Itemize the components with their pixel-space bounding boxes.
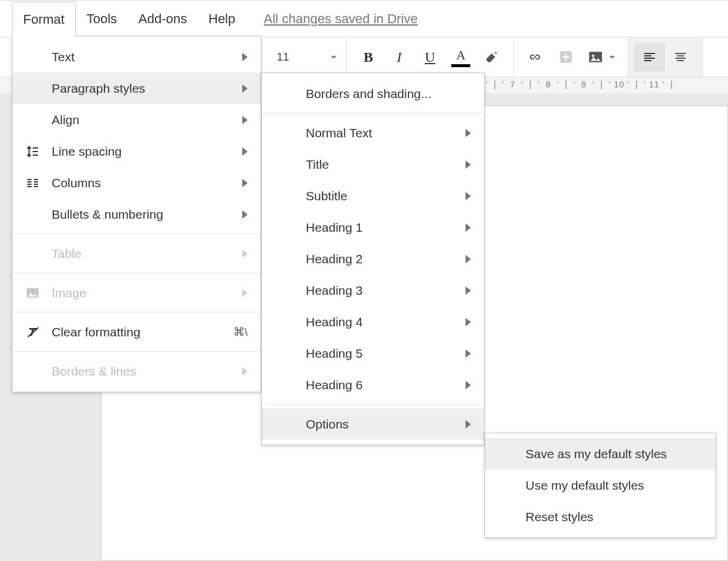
menu-item-reset-styles[interactable]: Reset styles — [485, 501, 716, 532]
menu-separator — [12, 273, 261, 273]
submenu-arrow-icon — [242, 84, 248, 93]
menu-item-heading-3[interactable]: Heading 3 — [262, 275, 484, 306]
submenu-arrow-icon — [466, 160, 471, 169]
submenu-arrow-icon — [242, 147, 248, 156]
line-spacing-icon — [26, 144, 52, 159]
insert-comment-button[interactable] — [550, 43, 581, 71]
submenu-arrow-icon — [242, 116, 248, 124]
submenu-arrow-icon — [242, 367, 248, 376]
menu-separator — [12, 312, 261, 313]
menu-separator — [12, 234, 261, 234]
submenu-arrow-icon — [466, 349, 471, 358]
menu-item-heading-2[interactable]: Heading 2 — [262, 243, 484, 275]
align-center-icon — [673, 50, 688, 64]
comment-add-icon — [558, 49, 574, 65]
menu-item-heading-5[interactable]: Heading 5 — [262, 338, 484, 369]
menu-tools[interactable]: Tools — [76, 2, 128, 36]
image-icon — [26, 286, 52, 300]
text-color-button[interactable]: A — [445, 43, 476, 71]
image-icon — [588, 49, 603, 65]
menu-item-save-default-styles[interactable]: Save as my default styles — [485, 438, 716, 469]
underline-button[interactable]: U — [414, 43, 445, 71]
svg-point-2 — [592, 55, 594, 57]
menu-item-borders-lines: Borders & lines — [12, 355, 261, 387]
bold-icon: B — [363, 49, 373, 65]
align-left-button[interactable] — [634, 43, 665, 71]
menu-separator — [262, 113, 484, 114]
submenu-arrow-icon — [242, 250, 248, 258]
menu-item-heading-1[interactable]: Heading 1 — [262, 212, 484, 243]
submenu-arrow-icon — [242, 179, 248, 187]
submenu-arrow-icon — [242, 210, 248, 219]
menubar: Format Tools Add-ons Help All changes sa… — [0, 0, 728, 37]
align-left-icon — [642, 50, 657, 64]
clear-format-icon — [26, 325, 52, 339]
ruler-ticks: ' | ' 7 ' | ' 8 ' | ' 9 ' | ' 10 ' | ' 1… — [486, 80, 728, 92]
menu-item-borders-shading[interactable]: Borders and shading... — [262, 78, 484, 109]
menu-item-image: Image — [12, 277, 261, 308]
align-center-button[interactable] — [665, 43, 696, 71]
submenu-arrow-icon — [466, 255, 471, 263]
insert-link-button[interactable] — [520, 43, 550, 71]
menu-separator — [12, 351, 261, 352]
format-dropdown: Text Paragraph styles Align Line spacing… — [12, 36, 261, 392]
options-submenu: Save as my default styles Use my default… — [485, 433, 716, 538]
font-size-select[interactable]: 11 — [272, 51, 340, 64]
menu-item-align[interactable]: Align — [12, 104, 261, 135]
menu-format[interactable]: Format — [12, 2, 76, 37]
menu-help[interactable]: Help — [198, 2, 246, 36]
bold-button[interactable]: B — [353, 43, 384, 71]
keyboard-shortcut: ⌘\ — [233, 325, 248, 339]
text-color-icon: A — [451, 48, 470, 67]
menu-item-options[interactable]: Options — [262, 408, 484, 440]
submenu-arrow-icon — [242, 53, 248, 61]
menu-item-line-spacing[interactable]: Line spacing — [12, 135, 261, 167]
underline-icon: U — [425, 49, 435, 65]
submenu-arrow-icon — [466, 286, 471, 295]
menu-addons[interactable]: Add-ons — [128, 2, 198, 36]
submenu-arrow-icon — [466, 223, 471, 232]
menu-item-use-default-styles[interactable]: Use my default styles — [485, 469, 716, 501]
menu-item-bullets-numbering[interactable]: Bullets & numbering — [12, 198, 261, 230]
menu-item-text[interactable]: Text — [12, 41, 261, 73]
menu-item-paragraph-styles[interactable]: Paragraph styles — [12, 73, 261, 104]
submenu-arrow-icon — [242, 289, 248, 297]
submenu-arrow-icon — [466, 420, 471, 428]
menu-item-normal-text[interactable]: Normal Text — [262, 117, 484, 149]
submenu-arrow-icon — [466, 318, 471, 326]
columns-icon — [26, 176, 52, 190]
italic-icon: I — [397, 49, 401, 65]
highlight-color-button[interactable] — [476, 43, 507, 71]
paragraph-styles-submenu: Borders and shading... Normal Text Title… — [261, 73, 485, 445]
submenu-arrow-icon — [466, 129, 471, 137]
highlighter-icon — [485, 50, 499, 64]
font-size-value: 11 — [277, 51, 289, 64]
save-status-link[interactable]: All changes saved in Drive — [264, 11, 417, 27]
menu-item-heading-6[interactable]: Heading 6 — [262, 369, 484, 401]
link-icon — [527, 49, 543, 65]
menu-item-title[interactable]: Title — [262, 149, 484, 180]
insert-image-button[interactable] — [581, 43, 622, 71]
italic-button[interactable]: I — [384, 43, 414, 71]
submenu-arrow-icon — [466, 381, 471, 389]
menu-item-subtitle[interactable]: Subtitle — [262, 180, 484, 212]
menu-item-columns[interactable]: Columns — [12, 167, 261, 198]
menu-separator — [262, 404, 484, 405]
menu-item-clear-formatting[interactable]: Clear formatting ⌘\ — [12, 316, 261, 348]
submenu-arrow-icon — [466, 192, 471, 200]
menu-item-table: Table — [12, 238, 261, 269]
dropdown-arrow-icon — [331, 56, 337, 59]
menu-item-heading-4[interactable]: Heading 4 — [262, 306, 484, 338]
dropdown-arrow-icon — [609, 56, 615, 59]
